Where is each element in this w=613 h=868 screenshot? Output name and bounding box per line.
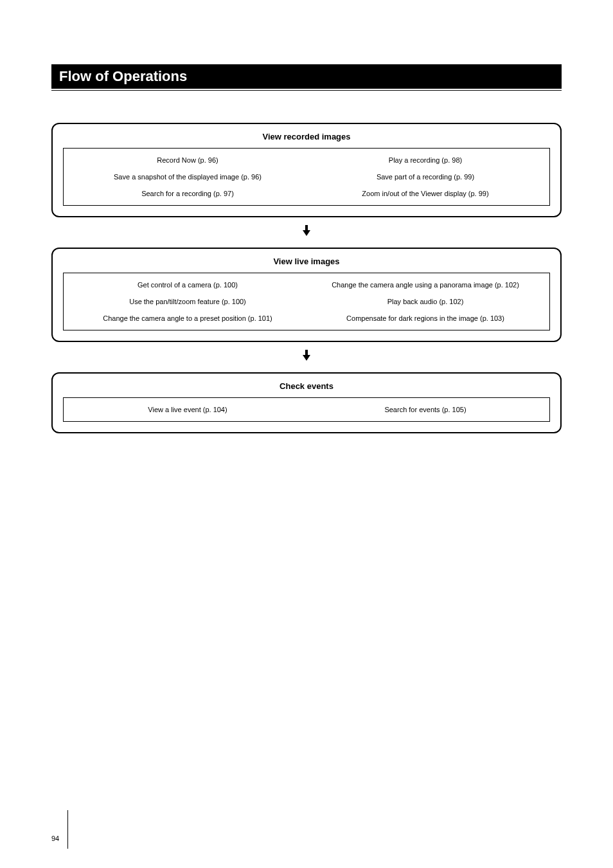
content-cell: Get control of a camera (p. 100) (69, 281, 306, 289)
down-arrow-icon (51, 225, 562, 240)
section-content: View a live event (p. 104) Search for ev… (63, 397, 550, 422)
content-cell: Compensate for dark regions in the image… (306, 314, 544, 322)
content-cell: Change the camera angle to a preset posi… (69, 314, 306, 322)
content-cell: Save part of a recording (p. 99) (306, 173, 544, 181)
section-heading: Check events (63, 381, 550, 391)
section-heading: View recorded images (63, 132, 550, 141)
content-row: Change the camera angle to a preset posi… (69, 314, 544, 322)
footer-line (67, 810, 68, 849)
section-check-events: Check events View a live event (p. 104) … (51, 372, 562, 433)
content-row: Search for a recording (p. 97) Zoom in/o… (69, 190, 544, 197)
section-view-live: View live images Get control of a camera… (51, 248, 562, 342)
content-cell: Play a recording (p. 98) (306, 156, 544, 164)
down-arrow-icon (51, 350, 562, 365)
content-cell: Change the camera angle using a panorama… (306, 281, 544, 289)
content-cell: Record Now (p. 96) (69, 156, 306, 164)
content-row: Use the pan/tilt/zoom feature (p. 100) P… (69, 298, 544, 305)
content-cell: Zoom in/out of the Viewer display (p. 99… (306, 190, 544, 197)
content-cell: Use the pan/tilt/zoom feature (p. 100) (69, 298, 306, 305)
page-title: Flow of Operations (51, 64, 562, 89)
page-number: 94 (51, 835, 59, 842)
section-heading: View live images (63, 257, 550, 266)
content-cell: Play back audio (p. 102) (306, 298, 544, 305)
content-cell: Search for a recording (p. 97) (69, 190, 306, 197)
content-cell: Search for events (p. 105) (306, 406, 544, 413)
content-row: View a live event (p. 104) Search for ev… (69, 406, 544, 413)
content-row: Get control of a camera (p. 100) Change … (69, 281, 544, 289)
title-underline (51, 90, 562, 91)
content-row: Save a snapshot of the displayed image (… (69, 173, 544, 181)
section-content: Record Now (p. 96) Play a recording (p. … (63, 148, 550, 206)
content-cell: View a live event (p. 104) (69, 406, 306, 413)
section-content: Get control of a camera (p. 100) Change … (63, 273, 550, 330)
content-row: Record Now (p. 96) Play a recording (p. … (69, 156, 544, 164)
section-view-recorded: View recorded images Record Now (p. 96) … (51, 123, 562, 217)
content-cell: Save a snapshot of the displayed image (… (69, 173, 306, 181)
